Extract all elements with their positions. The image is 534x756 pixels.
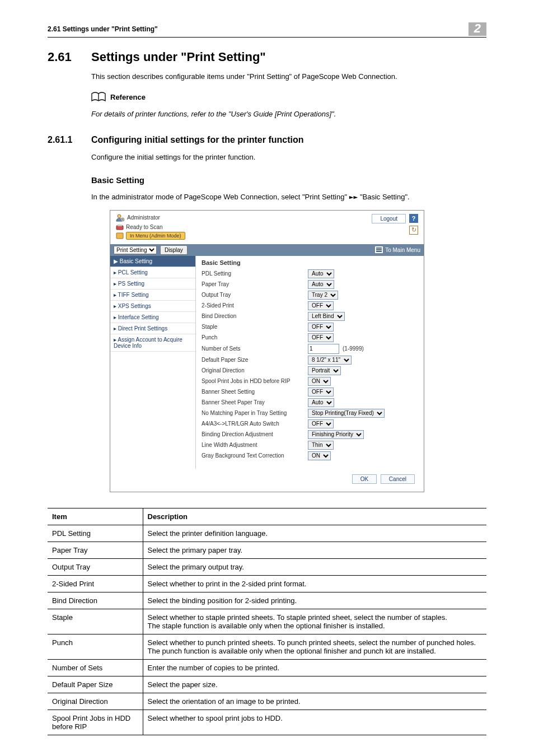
sidebar-item[interactable]: ▸ Interface Setting <box>110 312 195 323</box>
select-input[interactable]: 8 1/2" x 11" <box>308 356 352 365</box>
select-input[interactable]: Auto <box>308 398 334 407</box>
running-header: 2.61 Settings under "Print Setting" 2 <box>48 22 486 38</box>
table-cell-item: Punch <box>48 634 143 659</box>
form-row: PunchOFF <box>202 333 418 342</box>
table-cell-item: Spool Print Jobs in HDD before RIP <box>48 710 143 735</box>
form-row: PDL SettingAuto <box>202 269 418 278</box>
subsection-intro: Configure the initial settings for the p… <box>91 152 486 162</box>
select-input[interactable]: Thin <box>308 441 334 450</box>
field-label: A4/A3<->LTR/LGR Auto Switch <box>202 421 308 427</box>
toolbar: Print Setting Display To Main Menu <box>110 244 424 256</box>
form-row: Bind DirectionLeft Bind <box>202 312 418 321</box>
form-row: Gray Background Text CorrectionON <box>202 451 418 460</box>
field-label: Banner Sheet Setting <box>202 389 308 395</box>
table-cell-item: 2-Sided Print <box>48 575 143 592</box>
text-input[interactable] <box>308 344 339 354</box>
table-cell-item: Output Tray <box>48 558 143 575</box>
reference-text: For details of printer functions, refer … <box>91 109 486 119</box>
sidebar-item[interactable]: ▶ Basic Setting <box>110 256 195 267</box>
table-header-item: Item <box>48 508 143 525</box>
select-input[interactable]: ON <box>308 377 331 386</box>
form-row: Line Width AdjustmentThin <box>202 441 418 450</box>
select-input[interactable]: Finishing Priority <box>308 430 364 439</box>
table-row: 2-Sided PrintSelect whether to print in … <box>48 575 486 592</box>
field-label: Bind Direction <box>202 313 308 319</box>
select-input[interactable]: OFF <box>308 419 334 428</box>
table-cell-item: Bind Direction <box>48 592 143 609</box>
table-cell-desc: Select whether to print in the 2-sided p… <box>143 575 486 592</box>
select-input[interactable]: Stop Printing(Tray Fixed) <box>308 409 385 418</box>
svg-rect-3 <box>116 226 123 230</box>
field-label: PDL Setting <box>202 270 308 277</box>
table-cell-item: Original Direction <box>48 693 143 710</box>
select-input[interactable]: OFF <box>308 301 334 310</box>
form-row: Output TrayTray 2 <box>202 291 418 300</box>
table-cell-desc: Select the orientation of an image to be… <box>143 693 486 710</box>
form-row: No Matching Paper in Tray SettingStop Pr… <box>202 409 418 418</box>
main-menu-link[interactable]: To Main Menu <box>385 247 420 253</box>
display-button[interactable]: Display <box>160 245 188 255</box>
select-input[interactable]: Portrait <box>308 366 341 375</box>
sidebar-item[interactable]: ▸ PCL Setting <box>110 267 195 278</box>
table-row: Spool Print Jobs in HDD before RIPSelect… <box>48 710 486 735</box>
sidebar-item[interactable]: ▸ Assign Account to Acquire Device Info <box>110 334 195 352</box>
select-input[interactable]: Auto <box>308 280 334 289</box>
reference-label: Reference <box>110 93 146 101</box>
select-input[interactable]: Auto <box>308 269 334 278</box>
book-icon <box>91 92 106 102</box>
refresh-button[interactable]: ↻ <box>409 226 418 235</box>
sidebar-item[interactable]: ▸ XPS Settings <box>110 301 195 312</box>
sidebar-item[interactable]: ▸ TIFF Setting <box>110 290 195 301</box>
select-input[interactable]: Left Bind <box>308 312 345 321</box>
select-input[interactable]: OFF <box>308 323 334 332</box>
select-input[interactable]: Tray 2 <box>308 291 338 300</box>
table-row: Original DirectionSelect the orientation… <box>48 693 486 710</box>
logout-button[interactable]: Logout <box>372 214 406 223</box>
sidebar-item[interactable]: ▸ PS Setting <box>110 278 195 290</box>
table-cell-item: PDL Setting <box>48 525 143 542</box>
form-row: Paper TrayAuto <box>202 280 418 289</box>
table-row: Number of SetsEnter the number of copies… <box>48 659 486 676</box>
field-label: 2-Sided Print <box>202 302 308 309</box>
field-label: Punch <box>202 334 308 340</box>
range-hint: (1-9999) <box>343 346 364 352</box>
subsection-heading-text: Configuring initial settings for the pri… <box>91 135 304 144</box>
form-row: Original DirectionPortrait <box>202 366 418 375</box>
table-header-desc: Description <box>143 508 486 525</box>
description-table: Item Description PDL SettingSelect the p… <box>48 508 486 735</box>
chapter-badge: 2 <box>469 22 486 36</box>
mode-label: In Menu (Admin Mode) <box>126 232 185 240</box>
svg-point-1 <box>118 214 121 218</box>
table-row: PDL SettingSelect the printer definition… <box>48 525 486 542</box>
field-label: Number of Sets <box>202 346 308 352</box>
table-cell-item: Default Paper Size <box>48 676 143 693</box>
field-label: Original Direction <box>202 367 308 374</box>
table-cell-desc: Enter the number of copies to be printed… <box>143 659 486 676</box>
table-row: Output TraySelect the primary output tra… <box>48 558 486 575</box>
select-input[interactable]: OFF <box>308 333 334 342</box>
table-row: Bind DirectionSelect the binding positio… <box>48 592 486 609</box>
svg-rect-4 <box>118 225 122 226</box>
select-input[interactable]: ON <box>308 451 331 460</box>
svg-rect-5 <box>116 233 123 239</box>
admin-label: Administrator <box>127 214 160 221</box>
table-cell-desc: Select whether to punch printed sheets. … <box>143 634 486 659</box>
table-cell-desc: Select the primary paper tray. <box>143 542 486 558</box>
table-cell-desc: Select the primary output tray. <box>143 558 486 575</box>
table-row: Default Paper SizeSelect the paper size. <box>48 676 486 693</box>
ok-button[interactable]: OK <box>352 474 377 484</box>
table-cell-item: Staple <box>48 609 143 634</box>
select-input[interactable]: OFF <box>308 388 334 396</box>
cancel-button[interactable]: Cancel <box>381 474 415 484</box>
field-label: Line Width Adjustment <box>202 442 308 448</box>
section-heading-text: Settings under "Print Setting" <box>91 50 266 64</box>
category-select[interactable]: Print Setting <box>114 246 157 254</box>
subsection-number: 2.61.1 <box>48 135 91 145</box>
help-button[interactable]: ? <box>409 214 418 223</box>
block-title: Basic Setting <box>91 175 486 185</box>
admin-icon <box>116 214 125 222</box>
sidebar-item[interactable]: ▸ Direct Print Settings <box>110 323 195 334</box>
table-cell-desc: Select the paper size. <box>143 676 486 693</box>
table-cell-item: Paper Tray <box>48 542 143 558</box>
form-row: 2-Sided PrintOFF <box>202 301 418 310</box>
